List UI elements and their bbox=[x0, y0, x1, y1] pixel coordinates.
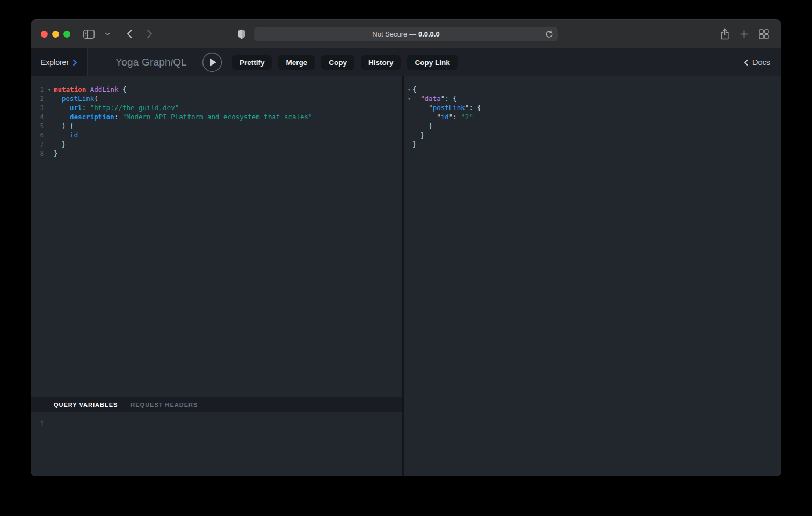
code-line: } bbox=[406, 121, 777, 130]
code-line: } bbox=[406, 130, 777, 140]
tab-overview-icon[interactable] bbox=[759, 29, 769, 39]
code-token bbox=[412, 113, 437, 121]
code-token bbox=[118, 113, 122, 121]
graphiql-toolbar: Explorer Yoga GraphiQL Prettify Merge Co… bbox=[31, 48, 781, 76]
code-token bbox=[54, 131, 70, 139]
workspace: 1▾mutation AddLink {2 postLink(3 url: "h… bbox=[31, 76, 781, 476]
code-token bbox=[118, 85, 122, 93]
code-token: : bbox=[445, 95, 449, 103]
copy-button[interactable]: Copy bbox=[321, 55, 354, 70]
chevron-right-icon bbox=[73, 59, 77, 66]
fold-arrow-icon[interactable]: ▾ bbox=[45, 85, 54, 95]
code-token: data bbox=[425, 95, 441, 103]
code-token: { bbox=[122, 85, 127, 93]
code-line: } bbox=[406, 140, 777, 149]
code-token: } bbox=[421, 131, 425, 139]
code-token bbox=[412, 131, 421, 139]
variables-editor[interactable]: 1 bbox=[31, 412, 402, 476]
fold-arrow-icon[interactable]: ▾ bbox=[406, 85, 412, 95]
minimize-window-button[interactable] bbox=[52, 31, 59, 38]
code-token bbox=[86, 85, 90, 93]
code-token: postLink bbox=[433, 104, 465, 112]
line-number: 5 bbox=[38, 121, 44, 130]
line-number: 3 bbox=[38, 103, 44, 112]
code-line: 4 description: "Modern API Platform and … bbox=[38, 112, 398, 121]
prettify-button[interactable]: Prettify bbox=[232, 55, 272, 70]
code-token bbox=[54, 140, 62, 148]
sidebar-toggle-icon[interactable] bbox=[83, 30, 95, 39]
code-line: 1▾mutation AddLink { bbox=[38, 85, 398, 94]
history-button[interactable]: History bbox=[361, 55, 401, 70]
code-token: } bbox=[429, 122, 433, 130]
toolbar-button-group: Prettify Merge Copy History Copy Link bbox=[232, 55, 458, 70]
code-line: 6 id bbox=[38, 130, 398, 140]
docs-toggle[interactable]: Docs bbox=[744, 58, 770, 67]
app-title: Yoga GraphiQL bbox=[115, 56, 187, 68]
privacy-shield-icon[interactable] bbox=[237, 29, 246, 39]
code-token: { bbox=[477, 104, 481, 112]
code-token: } bbox=[54, 149, 58, 157]
toolbar-separator bbox=[100, 30, 100, 38]
code-line: ▾ "data": { bbox=[406, 94, 777, 103]
code-token: "http://the-guild.dev" bbox=[90, 104, 179, 112]
code-token bbox=[412, 95, 421, 103]
code-token: { bbox=[453, 95, 457, 103]
explorer-toggle[interactable]: Explorer bbox=[31, 48, 88, 76]
code-line: 8} bbox=[38, 149, 398, 158]
response-viewer[interactable]: ▾{▾ "data": { "postLink": { "id": "2" } … bbox=[404, 76, 781, 149]
explorer-label: Explorer bbox=[41, 58, 69, 67]
line-number: 6 bbox=[38, 130, 44, 140]
code-token bbox=[54, 95, 62, 103]
chevron-down-icon[interactable] bbox=[105, 32, 111, 36]
tab-request-headers[interactable]: REQUEST HEADERS bbox=[130, 402, 198, 408]
code-token bbox=[54, 113, 70, 121]
response-pane: ▾{▾ "data": { "postLink": { "id": "2" } … bbox=[404, 76, 781, 476]
line-number: 7 bbox=[38, 140, 44, 149]
code-token bbox=[412, 104, 429, 112]
code-token bbox=[86, 104, 90, 112]
security-label: Not Secure — bbox=[372, 30, 416, 38]
share-icon[interactable] bbox=[720, 28, 729, 40]
zoom-window-button[interactable] bbox=[63, 31, 70, 38]
code-token bbox=[54, 122, 62, 130]
forward-button-icon[interactable] bbox=[147, 29, 153, 39]
execute-query-button[interactable] bbox=[202, 52, 222, 72]
code-token bbox=[412, 122, 429, 130]
close-window-button[interactable] bbox=[41, 31, 48, 38]
back-button-icon[interactable] bbox=[127, 29, 133, 39]
line-number: 2 bbox=[38, 94, 44, 103]
line-number: 4 bbox=[38, 112, 44, 121]
code-token: " bbox=[429, 104, 433, 112]
tab-query-variables[interactable]: QUERY VARIABLES bbox=[54, 402, 118, 408]
copy-link-button[interactable]: Copy Link bbox=[407, 55, 457, 70]
code-token: description bbox=[70, 113, 114, 121]
code-token: } bbox=[62, 140, 66, 148]
chevron-left-icon bbox=[744, 59, 749, 66]
merge-button[interactable]: Merge bbox=[278, 55, 315, 70]
code-token: : bbox=[453, 113, 457, 121]
query-editor[interactable]: 1▾mutation AddLink {2 postLink(3 url: "h… bbox=[31, 76, 402, 397]
window-controls bbox=[41, 31, 70, 38]
code-line: "postLink": { bbox=[406, 103, 777, 112]
code-token: ) { bbox=[62, 122, 74, 130]
reload-icon[interactable] bbox=[545, 30, 554, 39]
code-token: AddLink bbox=[90, 85, 119, 93]
new-tab-icon[interactable] bbox=[740, 30, 748, 38]
fold-arrow-icon[interactable]: ▾ bbox=[406, 95, 412, 104]
toolbar-right-actions bbox=[720, 20, 781, 48]
code-line: 5 ) { bbox=[38, 121, 398, 130]
code-line: ▾{ bbox=[406, 85, 777, 94]
url-host: 0.0.0.0 bbox=[418, 30, 440, 38]
code-line: "id": "2" bbox=[406, 112, 777, 121]
address-bar[interactable]: Not Secure — 0.0.0.0 bbox=[255, 27, 558, 41]
code-token: id bbox=[70, 131, 78, 139]
code-token: mutation bbox=[54, 85, 86, 93]
code-token: postLink bbox=[62, 95, 94, 103]
code-token: "2" bbox=[461, 113, 473, 121]
bottom-tabbar: QUERY VARIABLES REQUEST HEADERS bbox=[31, 397, 402, 412]
code-token: : bbox=[469, 104, 473, 112]
code-token: "Modern API Platform and ecosystem that … bbox=[122, 113, 313, 121]
code-token: ( bbox=[94, 95, 98, 103]
browser-toolbar: Not Secure — 0.0.0.0 bbox=[31, 20, 781, 48]
code-line: 3 url: "http://the-guild.dev" bbox=[38, 103, 398, 112]
